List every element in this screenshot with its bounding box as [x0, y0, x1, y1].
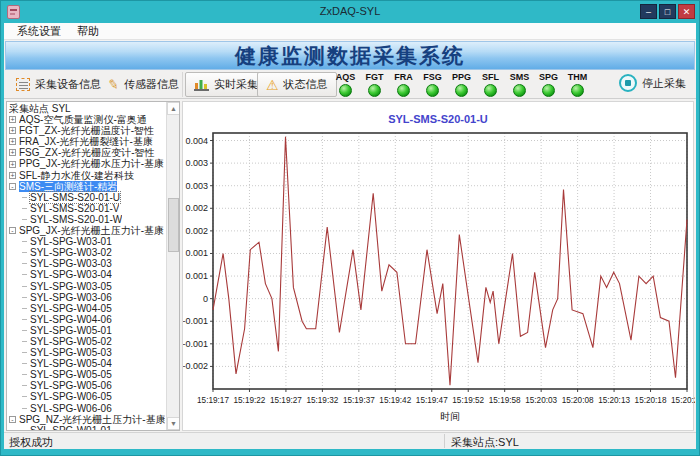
tree-node[interactable]: +FGT_ZX-光纤光栅温度计-智性	[9, 125, 165, 136]
svg-text:-0.002: -0.002	[183, 361, 208, 371]
tree-node[interactable]: +SFL-静力水准仪-建岩科技	[9, 170, 165, 181]
tree-node[interactable]: +AQS-空气质量监测仪-富奥通	[9, 114, 165, 125]
tree-leaf[interactable]: SYL-SPG-W03-01	[9, 236, 165, 247]
svg-text:15:20:08: 15:20:08	[562, 396, 594, 405]
tree-leaf[interactable]: SYL-SPG-W03-03	[9, 258, 165, 269]
tree-node[interactable]: -SPG_NZ-光纤光栅土压力计-基康	[9, 414, 165, 425]
tree-node[interactable]: +FRA_JX-光纤光栅裂缝计-基康	[9, 136, 165, 147]
led-indicator	[571, 84, 584, 97]
led-indicator	[397, 84, 410, 97]
tree-leaf-label: SYL-SPG-W04-06	[30, 314, 112, 325]
led-indicator	[339, 84, 352, 97]
tree-leaf[interactable]: SYL-SPG-W03-05	[9, 281, 165, 292]
tree-root[interactable]: 采集站点 SYL	[9, 103, 165, 114]
scroll-up-arrow[interactable]: ▲	[167, 102, 180, 115]
tree-leaf[interactable]: SYL-SPG-W04-06	[9, 314, 165, 325]
led-cell-aqs: AQS	[331, 72, 360, 97]
chart-panel: SYL-SMS-S20-01-U 0.0040.0030.0030.0020.0…	[182, 101, 694, 431]
led-label: FSG	[418, 72, 447, 83]
line-chart: 0.0040.0030.0030.0020.0020.0010.0010-0.0…	[183, 127, 695, 427]
expand-icon[interactable]: +	[9, 172, 16, 179]
tree-leaf[interactable]: SYL-SPG-W06-05	[9, 391, 165, 402]
svg-text:15:19:17: 15:19:17	[197, 396, 229, 405]
collapse-icon[interactable]: -	[9, 183, 16, 190]
chart-title: SYL-SMS-S20-01-U	[183, 113, 693, 125]
maximize-button[interactable]: □	[659, 4, 676, 19]
tree-leaf[interactable]: SYL-SPG-W05-04	[9, 358, 165, 369]
tree-leaf[interactable]: SYL-SPG-W05-01	[9, 325, 165, 336]
led-cell-spg: SPG	[534, 72, 563, 97]
svg-text:0.001: 0.001	[185, 271, 208, 281]
tree-leaf-label: SYL-SPG-W05-02	[30, 336, 112, 347]
close-button[interactable]: ✕	[678, 4, 695, 19]
minimize-button[interactable]: –	[640, 4, 657, 19]
tree-leaf[interactable]: SYL-SPG-W03-02	[9, 247, 165, 258]
expand-icon[interactable]: +	[9, 127, 16, 134]
led-cell-thm: THM	[563, 72, 592, 97]
tree-node-label: SPG_JX-光纤光栅土压力计-基康	[19, 225, 164, 236]
led-label: SFL	[476, 72, 505, 83]
led-cell-sfl: SFL	[476, 72, 505, 97]
menu-bar: 系统设置 帮助	[4, 23, 696, 40]
collapse-icon[interactable]: -	[9, 227, 16, 234]
tree-leaf[interactable]: SYL-SMS-S20-01-W	[9, 214, 165, 225]
led-label: PPG	[447, 72, 476, 83]
station-status-text: 采集站点:SYL	[451, 435, 519, 450]
station-tree: 采集站点 SYL+AQS-空气质量监测仪-富奥通+FGT_ZX-光纤光栅温度计-…	[9, 103, 165, 431]
status-info-button[interactable]: ⚠ 状态信息	[257, 72, 337, 97]
tree-leaf[interactable]: SYL-SPG-W05-06	[9, 380, 165, 391]
banner: 健康监测数据采集系统	[5, 41, 695, 70]
svg-text:15:20:03: 15:20:03	[525, 396, 557, 405]
led-label: SPG	[534, 72, 563, 83]
tree-leaf[interactable]: SYL-SPG-W04-05	[9, 303, 165, 314]
tree-leaf-label: SYL-SPG-W03-02	[30, 247, 112, 258]
tree-leaf-label: SYL-SPG-W03-03	[30, 258, 112, 269]
led-label: FRA	[389, 72, 418, 83]
tree-node[interactable]: -SPG_JX-光纤光栅土压力计-基康	[9, 225, 165, 236]
scroll-thumb[interactable]	[168, 198, 179, 252]
tree-node-label: FGT_ZX-光纤光栅温度计-智性	[19, 125, 154, 136]
menu-help[interactable]: 帮助	[70, 23, 106, 40]
svg-text:0.003: 0.003	[185, 181, 208, 191]
sensor-info-button[interactable]: ✎ 传感器信息	[100, 72, 187, 97]
collect-device-info-button[interactable]: 采集设备信息	[8, 72, 109, 97]
stop-collect-button[interactable]: 停止采集	[619, 74, 686, 92]
expand-icon[interactable]: +	[9, 161, 16, 168]
svg-text:15:20:13: 15:20:13	[598, 396, 630, 405]
tree-node-label: SPG_NZ-光纤光栅土压力计-基康	[19, 414, 165, 425]
tree-node[interactable]: +FSG_ZX-光纤光栅应变计-智性	[9, 147, 165, 158]
tree-leaf[interactable]: SYL-SPG-W01-01	[9, 425, 165, 431]
tree-leaf-label: SYL-SMS-S20-01-U	[30, 192, 120, 203]
tree-leaf[interactable]: SYL-SPG-W06-06	[9, 403, 165, 414]
led-cell-sms: SMS	[505, 72, 534, 97]
svg-text:0.002: 0.002	[185, 203, 208, 213]
tree-leaf[interactable]: SYL-SPG-W05-05	[9, 369, 165, 380]
banner-title: 健康监测数据采集系统	[235, 42, 465, 70]
menu-system-settings[interactable]: 系统设置	[10, 23, 68, 40]
led-cell-ppg: PPG	[447, 72, 476, 97]
tree-node[interactable]: -SMS-三向测缝计-精岩	[9, 181, 165, 192]
window-frame: 系统设置 帮助 健康监测数据采集系统 采集设备信息 ✎ 传感器信息	[4, 23, 696, 449]
svg-text:15:19:27: 15:19:27	[270, 396, 302, 405]
tree-scrollbar[interactable]: ▲ ▼	[166, 102, 179, 430]
tree-leaf[interactable]: SYL-SPG-W03-04	[9, 269, 165, 280]
scroll-down-arrow[interactable]: ▼	[167, 417, 180, 430]
led-indicator	[426, 84, 439, 97]
led-indicator	[368, 84, 381, 97]
led-indicator	[542, 84, 555, 97]
collapse-icon[interactable]: -	[9, 416, 16, 423]
tree-leaf[interactable]: SYL-SMS-S20-01-V	[9, 203, 165, 214]
expand-icon[interactable]: +	[9, 116, 16, 123]
expand-icon[interactable]: +	[9, 138, 16, 145]
tree-node[interactable]: +PPG_JX-光纤光栅水压力计-基康	[9, 158, 165, 169]
tree-leaf[interactable]: SYL-SPG-W05-03	[9, 347, 165, 358]
tree-leaf[interactable]: SYL-SMS-S20-01-U	[9, 192, 165, 203]
collect-device-info-label: 采集设备信息	[35, 77, 101, 92]
tree-leaf[interactable]: SYL-SPG-W03-06	[9, 292, 165, 303]
realtime-collect-button[interactable]: 实时采集	[185, 72, 267, 97]
expand-icon[interactable]: +	[9, 149, 16, 156]
tree-leaf-label: SYL-SPG-W03-06	[30, 292, 112, 303]
tree-leaf[interactable]: SYL-SPG-W05-02	[9, 336, 165, 347]
svg-text:0.001: 0.001	[185, 248, 208, 258]
led-label: SMS	[505, 72, 534, 83]
